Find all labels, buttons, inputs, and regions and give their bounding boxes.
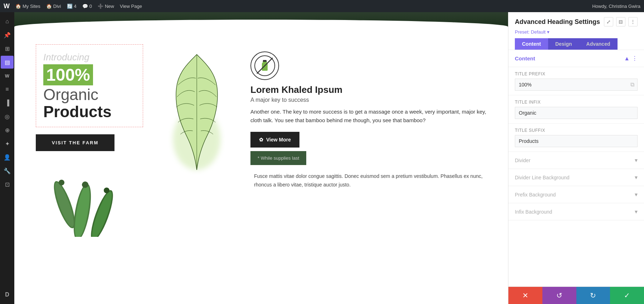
my-sites-menu[interactable]: 🏠 My Sites [15, 4, 40, 9]
sidebar-icon-push[interactable]: ⊕ [1, 124, 14, 136]
updates-menu[interactable]: 🔄 4 [67, 4, 77, 9]
title-infix-input[interactable] [515, 107, 637, 119]
title-infix-label: Title Infix [515, 100, 638, 105]
view-more-button[interactable]: ✿ View More [250, 132, 299, 148]
more-options-button[interactable]: ⋮ [628, 17, 638, 26]
sidebar-icon-home[interactable]: ⌂ [1, 15, 14, 28]
zucchini-svg [36, 158, 129, 237]
sidebar-icon-woo[interactable]: W [1, 69, 14, 82]
title-prefix-label: Title Prefix [515, 71, 638, 76]
organic-text: Organic [43, 87, 136, 103]
leaf-svg [165, 44, 229, 180]
tab-content[interactable]: Content [515, 38, 548, 50]
vegetables-area [36, 158, 143, 237]
sidebar-icon-divi-d[interactable]: D [1, 288, 14, 301]
sidebar-icon-wrench[interactable]: 🔧 [1, 164, 14, 177]
title-suffix-label: Title Suffix [515, 128, 638, 133]
title-prefix-input[interactable] [515, 79, 628, 90]
divider-section: Divider ▾ [508, 152, 644, 169]
title-suffix-group: Title Suffix [508, 124, 644, 152]
panel-header: Advanced Heading Settings ⤢ ⊟ ⋮ Preset: … [508, 12, 644, 50]
divi-menu[interactable]: 🏠 Divi [46, 4, 61, 9]
title-prefix-input-row: ⧉ [515, 79, 638, 91]
sidebar-icon-tool[interactable]: ✦ [1, 137, 14, 150]
comments-menu[interactable]: 💬 0 [82, 4, 92, 9]
visit-farm-button[interactable]: VISIT THE FARM [36, 134, 114, 151]
content-section-header: Content ▲ ⋮ [508, 50, 644, 67]
infix-bg-section: Infix Background ▾ [508, 203, 644, 220]
divider-line-chevron-icon: ▾ [635, 174, 638, 181]
hero-box: Introducing 100% Organic Products [36, 44, 143, 127]
lorem-title: Lorem Khaled Ipsum [250, 84, 487, 95]
main-layout: ⌂ 📌 ⊞ ▤ W ≡ ▐ ◎ ⊕ ✦ 👤 🔧 ⊡ D Introducing … [0, 12, 644, 304]
supplies-button[interactable]: * While supplies last [250, 151, 306, 165]
divider-line-header[interactable]: Divider Line Background ▾ [508, 169, 644, 186]
right-panel: Advanced Heading Settings ⤢ ⊟ ⋮ Preset: … [508, 12, 644, 304]
hero-left: Introducing 100% Organic Products VISIT … [36, 44, 143, 237]
divider-title: Divider [515, 158, 531, 163]
title-infix-group: Title Infix [508, 95, 644, 124]
sidebar-icon-chart[interactable]: ▐ [1, 96, 14, 109]
infix-bg-header[interactable]: Infix Background ▾ [508, 203, 644, 220]
prefix-bg-header[interactable]: Prefix Background ▾ [508, 186, 644, 203]
home-icon: 🏠 [15, 4, 21, 9]
left-sidebar: ⌂ 📌 ⊞ ▤ W ≡ ▐ ◎ ⊕ ✦ 👤 🔧 ⊡ D [0, 12, 14, 304]
divider-chevron-icon: ▾ [635, 157, 638, 164]
user-howdy: Howdy, Christina Gwira [592, 4, 640, 9]
sidebar-icon-layers[interactable]: ▤ [1, 56, 14, 69]
confirm-button[interactable]: ✓ [610, 287, 644, 304]
wp-logo[interactable]: W [4, 3, 10, 10]
title-prefix-group: Title Prefix ⧉ [508, 67, 644, 95]
fusce-text: Fusce mattis vitae dolor congue sagittis… [250, 172, 487, 189]
sidebar-icon-bars[interactable]: ≡ [1, 83, 14, 96]
svg-rect-13 [263, 60, 267, 62]
circle-icon [250, 51, 279, 80]
prefix-bg-section: Prefix Background ▾ [508, 186, 644, 203]
percent-text: 100% [43, 64, 93, 85]
canvas-content: Introducing 100% Organic Products VISIT … [14, 12, 508, 304]
hero-right: Lorem Khaled Ipsum A major key to succes… [250, 44, 487, 189]
lorem-subtitle: A major key to success [250, 97, 487, 103]
copy-icon[interactable]: ⧉ [628, 81, 637, 88]
title-suffix-input[interactable] [515, 135, 637, 147]
divider-line-title: Divider Line Background [515, 175, 570, 180]
panel-tabs: Content Design Advanced [515, 38, 638, 50]
panel-title-icons: ⤢ ⊟ ⋮ [604, 17, 638, 26]
new-menu[interactable]: ➕ New [98, 4, 114, 9]
content-section-icons: ▲ ⋮ [624, 55, 638, 62]
panel-title-row: Advanced Heading Settings ⤢ ⊟ ⋮ [515, 17, 638, 26]
divider-header[interactable]: Divider ▾ [508, 152, 644, 169]
prefix-bg-title: Prefix Background [515, 192, 556, 198]
infix-bg-title: Infix Background [515, 209, 552, 215]
hero-section: Introducing 100% Organic Products VISIT … [14, 30, 508, 244]
canvas-area: Introducing 100% Organic Products VISIT … [14, 12, 508, 304]
reset-button[interactable]: ↺ [542, 287, 576, 304]
tab-design[interactable]: Design [548, 38, 579, 50]
refresh-button[interactable]: ↻ [576, 287, 610, 304]
chevron-up-icon[interactable]: ▲ [624, 55, 630, 62]
panel-preset[interactable]: Preset: Default ▾ [515, 29, 638, 35]
title-suffix-input-row [515, 135, 638, 147]
title-infix-input-row [515, 107, 638, 119]
fullscreen-button[interactable]: ⤢ [604, 17, 613, 26]
cancel-button[interactable]: ✕ [508, 287, 542, 304]
divider-line-section: Divider Line Background ▾ [508, 169, 644, 186]
plus-icon: ➕ [98, 4, 103, 9]
view-page-link[interactable]: View Page [120, 4, 142, 9]
split-view-button[interactable]: ⊟ [616, 17, 625, 26]
prefix-bg-chevron-icon: ▾ [635, 191, 638, 198]
bottle-icon-svg [254, 55, 275, 76]
products-text: Products [43, 104, 136, 120]
content-more-icon[interactable]: ⋮ [632, 55, 638, 62]
sidebar-icon-grid[interactable]: ⊞ [1, 42, 14, 55]
sidebar-icon-megaphone[interactable]: ◎ [1, 110, 14, 123]
content-section-title: Content [515, 55, 535, 61]
sidebar-icon-module[interactable]: ⊡ [1, 178, 14, 191]
lorem-body: Another one. The key to more success is … [250, 108, 487, 125]
admin-bar: W 🏠 My Sites 🏠 Divi 🔄 4 💬 0 ➕ New View P… [0, 0, 644, 12]
sidebar-icon-pin[interactable]: 📌 [1, 29, 14, 41]
divi-logo: 🏠 [46, 4, 52, 9]
tab-advanced[interactable]: Advanced [579, 38, 618, 50]
infix-bg-chevron-icon: ▾ [635, 208, 638, 215]
sidebar-icon-person[interactable]: 👤 [1, 151, 14, 164]
